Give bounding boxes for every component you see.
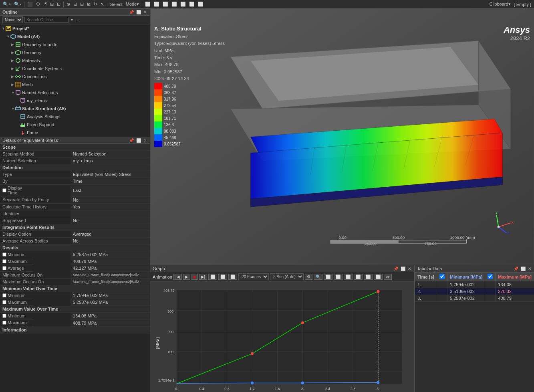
anim-bar3-btn[interactable]: ⬜ — [228, 274, 237, 280]
details-float-btn[interactable]: ⬜ — [135, 138, 142, 143]
frames-select[interactable]: 20 Frames — [238, 273, 269, 280]
details-close-btn[interactable]: ✕ — [143, 138, 147, 143]
expand-connections[interactable]: ▶ — [11, 75, 15, 79]
col-max-cb[interactable] — [488, 274, 493, 279]
tree-item-named-selections[interactable]: ▼ Named Selections — [0, 89, 150, 97]
anim-bar1-btn[interactable]: ⬜ — [208, 274, 217, 280]
anim-extra1-btn[interactable]: ⬜ — [324, 274, 332, 280]
view-btn-5[interactable]: ⊡ — [56, 1, 62, 7]
tree-item-geometry[interactable]: ▶ Geometry — [0, 48, 150, 57]
tabular-float-btn[interactable]: ⬜ — [520, 267, 526, 271]
expand-materials[interactable]: ▶ — [11, 59, 15, 63]
clipboard-btn[interactable]: Clipboard▾ — [488, 1, 512, 7]
maxvot-max-cb[interactable] — [2, 321, 6, 325]
graph-pin-btn[interactable]: 📌 — [393, 267, 399, 271]
outline-name-select[interactable]: Name — [2, 16, 23, 23]
anim-menu-btn[interactable]: ≫ — [384, 274, 392, 280]
pan-btn[interactable]: ⊠ — [86, 1, 92, 7]
view-btn-3[interactable]: ↺ — [42, 1, 48, 7]
expand-geom-imports[interactable]: ▶ — [11, 42, 15, 46]
view-btn-4[interactable]: ⊞ — [49, 1, 55, 7]
tree-item-fixed[interactable]: Fixed Support — [0, 121, 150, 129]
mode-btn[interactable]: Mode▾ — [125, 1, 141, 7]
tree-item-project[interactable]: ▼ Project* — [0, 24, 150, 32]
tabular-close-btn[interactable]: ✕ — [527, 267, 532, 271]
tree-item-my-elems[interactable]: my_elems — [0, 97, 150, 105]
zoom-area-btn[interactable]: ⊞ — [72, 1, 78, 7]
anim-end-btn[interactable]: ▶| — [199, 274, 208, 280]
tree-item-coord[interactable]: ▶ Coordinate Systems — [0, 65, 150, 73]
outline-float-btn[interactable]: ⬜ — [135, 10, 142, 14]
outline-close-btn[interactable]: ✕ — [143, 10, 147, 14]
toolbar-btn-e[interactable]: ⬜ — [179, 1, 187, 7]
anim-stop-btn[interactable]: ■ — [191, 274, 198, 280]
toolbar-btn-c[interactable]: ⬜ — [161, 1, 169, 7]
toolbar-btn-b[interactable]: ⬜ — [153, 1, 161, 7]
tree-item-connections[interactable]: ▶ Connections — [0, 73, 150, 81]
tree-item-geom-imports[interactable]: ▶ Geometry Imports — [0, 40, 150, 48]
expand-static[interactable]: ▼ — [11, 107, 15, 111]
col-check-max[interactable] — [485, 273, 496, 281]
tree-item-mesh[interactable]: ▶ Mesh — [0, 81, 150, 89]
avg-cb[interactable] — [2, 266, 6, 270]
anim-start-btn[interactable]: |◀ — [173, 274, 182, 280]
expand-named[interactable]: ▼ — [11, 91, 15, 95]
graph-close-btn[interactable]: ✕ — [407, 267, 412, 271]
tree-item-static[interactable]: ▼ Static Structural (A5) — [0, 105, 150, 113]
anim-extra5-btn[interactable]: ⬜ — [364, 274, 373, 280]
anim-extra2-btn[interactable]: ⬜ — [334, 274, 343, 280]
tabular-pin-btn[interactable]: 📌 — [513, 267, 519, 271]
select-cursor-btn[interactable]: ↖ — [99, 1, 105, 7]
zoom-3d-btn[interactable]: ⊟ — [79, 1, 85, 7]
zoom-fit-btn[interactable]: ⊕ — [65, 1, 71, 7]
rotate-btn[interactable]: ↻ — [93, 1, 99, 7]
speed-select[interactable]: 2 Sec (Auto) — [270, 273, 304, 280]
zoom-in-btn[interactable]: 🔍+ — [2, 1, 12, 7]
expand-model[interactable]: ▼ — [6, 34, 10, 38]
tree-item-analysis[interactable]: Analysis Settings — [0, 113, 150, 121]
toolbar-btn-g[interactable]: ⬜ — [197, 1, 205, 7]
max-cb[interactable] — [2, 259, 6, 263]
anim-extra3-btn[interactable]: ⬜ — [344, 274, 353, 280]
viewport[interactable]: 0.00 500.00 1000.00 (mm) 250.00 750.00 X… — [150, 9, 534, 265]
anim-extra6-btn[interactable]: ⬜ — [374, 274, 383, 280]
col-check-min[interactable] — [437, 273, 447, 281]
outline-search-btn[interactable]: ▾ — [70, 18, 74, 22]
outline-search-input[interactable] — [24, 17, 69, 23]
toolbar-btn-a[interactable]: ⬜ — [144, 1, 152, 7]
toolbar-btn-d[interactable]: ⬜ — [170, 1, 178, 7]
tree-item-model[interactable]: ▼ Model (A4) — [0, 32, 150, 40]
minvot-max-cb[interactable] — [2, 300, 6, 304]
tabular-row-3[interactable]: 3. 5.2587e-002 408.79 — [415, 295, 534, 302]
graph-float-btn[interactable]: ⬜ — [400, 267, 406, 271]
tree-item-materials[interactable]: ▶ Materials — [0, 57, 150, 65]
maxvot-min-cb[interactable] — [2, 314, 6, 318]
zoom-out-btn[interactable]: 🔍- — [13, 1, 22, 7]
anim-settings-btn[interactable]: ⚙ — [305, 274, 312, 280]
expand-geometry[interactable]: ▶ — [11, 51, 15, 55]
empty-label: [ Empty ] — [513, 2, 532, 7]
outline-pin-btn[interactable]: 📌 — [128, 10, 135, 14]
display-time-cb[interactable] — [2, 188, 6, 192]
details-pin-btn[interactable]: 📌 — [128, 138, 135, 143]
tree-item-force[interactable]: Force — [0, 129, 150, 137]
view-btn-2[interactable]: ⬡ — [35, 1, 41, 7]
col-min-cb[interactable] — [439, 274, 445, 279]
anim-zoom-btn[interactable]: 🔍 — [314, 274, 322, 280]
tabular-row-2[interactable]: 2. 3.5106e-002 270.32 — [415, 288, 534, 295]
toolbar-btn-f[interactable]: ⬜ — [188, 1, 196, 7]
svg-rect-2 — [7, 28, 9, 29]
anim-play-btn[interactable]: ▶ — [183, 274, 190, 280]
expand-project[interactable]: ▼ — [2, 26, 6, 30]
tabular-row-1[interactable]: 1. 1.7594e-002 134.08 — [415, 281, 534, 288]
anim-bar2-btn[interactable]: ⬜ — [218, 274, 227, 280]
outline-options-btn[interactable]: ⋯ — [75, 18, 81, 22]
minvot-min-cb[interactable] — [2, 293, 6, 297]
expand-mesh[interactable]: ▶ — [11, 83, 15, 87]
view-btn-1[interactable]: ⬛ — [26, 1, 34, 7]
anim-extra4-btn[interactable]: ⬜ — [354, 274, 363, 280]
min-cb[interactable] — [2, 253, 6, 257]
ansys-logo: Ansys 2024 R2 — [504, 25, 530, 41]
outline-tree[interactable]: ▼ Project* ▼ Model (A4) ▶ — [0, 24, 150, 137]
expand-coord[interactable]: ▶ — [11, 67, 15, 71]
